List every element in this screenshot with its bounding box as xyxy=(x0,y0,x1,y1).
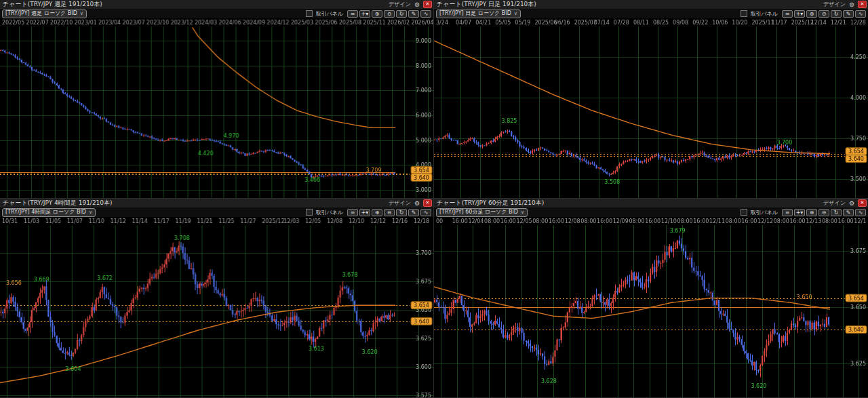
crosshair-button[interactable]: +▾ xyxy=(794,209,805,216)
panel-toolbar: [TRY/JPY] 60分足 ローソク BID ∨ 取引パネル ≡ +▾ ⊕ ⊖… xyxy=(434,207,868,217)
chevron-down-icon: ∨ xyxy=(80,10,83,17)
panel-titlebar[interactable]: チャート(TRY/JPY 60分足 191/210本) デザイン ⚙ ✕ xyxy=(434,199,868,207)
symbol-timeframe-label: [TRY/JPY] 日足 ローソク BID xyxy=(439,10,511,17)
panel-titlebar[interactable]: チャート(TRY/JPY 週足 191/210本) デザイン ⚙ ✕ xyxy=(0,0,433,9)
candlestick-chart-weekly[interactable] xyxy=(0,18,433,199)
refresh-button[interactable]: ↻ xyxy=(396,209,407,216)
draw-button[interactable]: ✎ xyxy=(408,209,419,216)
trade-panel-label: 取引パネル xyxy=(315,10,343,18)
chart-type-button[interactable]: ≡ xyxy=(782,209,793,216)
panel-toolbar: [TRY/JPY] 4時間足 ローソク BID ∨ 取引パネル ≡ +▾ ⊕ ⊖… xyxy=(0,207,433,217)
chevron-down-icon: ∨ xyxy=(521,209,524,216)
chart-type-button[interactable]: ≡ xyxy=(347,209,358,216)
candlestick-chart-60min[interactable] xyxy=(434,217,868,398)
zoom-out-button[interactable]: ⊖ xyxy=(384,10,395,18)
trade-panel-checkbox[interactable] xyxy=(741,10,747,17)
zoom-out-button[interactable]: ⊖ xyxy=(384,209,395,216)
panel-title: チャート(TRY/JPY 週足 191/210本) xyxy=(3,0,102,9)
zoom-in-button[interactable]: ⊕ xyxy=(372,209,382,216)
trade-panel-checkbox[interactable] xyxy=(741,209,747,216)
gear-icon[interactable]: ⚙ xyxy=(849,200,854,207)
candlestick-chart-4hour[interactable] xyxy=(0,217,433,398)
indicator-button[interactable]: ∿ xyxy=(420,10,431,18)
draw-button[interactable]: ✎ xyxy=(408,10,419,18)
panel-title: チャート(TRY/JPY 日足 191/210本) xyxy=(437,0,536,9)
chart-type-button[interactable]: ≡ xyxy=(347,10,358,18)
panel-title: チャート(TRY/JPY 60分足 191/210本) xyxy=(437,199,544,207)
panel-title: チャート(TRY/JPY 4時間足 191/210本) xyxy=(3,199,113,207)
close-icon[interactable]: ✕ xyxy=(423,199,432,207)
refresh-button[interactable]: ↻ xyxy=(396,10,407,18)
close-icon[interactable]: ✕ xyxy=(423,1,432,8)
draw-button[interactable]: ✎ xyxy=(843,10,854,18)
trade-panel-checkbox[interactable] xyxy=(306,209,313,216)
panel-toolbar: [TRY/JPY] 週足 ローソク BID ∨ 取引パネル ≡ +▾ ⊕ ⊖ ↻… xyxy=(0,9,433,18)
zoom-in-button[interactable]: ⊕ xyxy=(806,10,817,18)
draw-button[interactable]: ✎ xyxy=(843,209,854,216)
symbol-timeframe-label: [TRY/JPY] 60分足 ローソク BID xyxy=(439,209,518,216)
gear-icon[interactable]: ⚙ xyxy=(414,1,420,8)
symbol-timeframe-select[interactable]: [TRY/JPY] 4時間足 ローソク BID ∨ xyxy=(2,208,96,217)
design-link[interactable]: デザイン xyxy=(823,1,846,8)
gear-icon[interactable]: ⚙ xyxy=(414,200,420,207)
gear-icon[interactable]: ⚙ xyxy=(849,1,854,8)
symbol-timeframe-label: [TRY/JPY] 4時間足 ローソク BID xyxy=(5,209,86,216)
trade-panel-checkbox[interactable] xyxy=(306,10,313,17)
chart-panel-60min: チャート(TRY/JPY 60分足 191/210本) デザイン ⚙ ✕ [TR… xyxy=(434,199,868,398)
chart-panel-daily: チャート(TRY/JPY 日足 191/210本) デザイン ⚙ ✕ [TRY/… xyxy=(434,0,868,199)
panel-titlebar[interactable]: チャート(TRY/JPY 4時間足 191/210本) デザイン ⚙ ✕ xyxy=(0,199,433,207)
indicator-button[interactable]: ∿ xyxy=(855,10,866,18)
crosshair-button[interactable]: +▾ xyxy=(359,10,370,18)
zoom-in-button[interactable]: ⊕ xyxy=(806,209,817,216)
chevron-down-icon: ∨ xyxy=(514,10,517,17)
trade-panel-label: 取引パネル xyxy=(750,10,778,18)
panel-titlebar[interactable]: チャート(TRY/JPY 日足 191/210本) デザイン ⚙ ✕ xyxy=(434,0,868,9)
symbol-timeframe-select[interactable]: [TRY/JPY] 日足 ローソク BID ∨ xyxy=(436,9,521,18)
design-link[interactable]: デザイン xyxy=(389,199,411,207)
refresh-button[interactable]: ↻ xyxy=(831,10,842,18)
trade-panel-label: 取引パネル xyxy=(750,209,778,216)
candlestick-chart-daily[interactable] xyxy=(434,18,868,199)
symbol-timeframe-label: [TRY/JPY] 週足 ローソク BID xyxy=(5,10,77,17)
zoom-out-button[interactable]: ⊖ xyxy=(818,209,829,216)
symbol-timeframe-select[interactable]: [TRY/JPY] 60分足 ローソク BID ∨ xyxy=(436,208,528,217)
indicator-button[interactable]: ∿ xyxy=(855,209,866,216)
design-link[interactable]: デザイン xyxy=(823,199,846,207)
chart-type-button[interactable]: ≡ xyxy=(782,10,793,18)
refresh-button[interactable]: ↻ xyxy=(831,209,842,216)
chart-panel-4hour: チャート(TRY/JPY 4時間足 191/210本) デザイン ⚙ ✕ [TR… xyxy=(0,199,434,398)
crosshair-button[interactable]: +▾ xyxy=(794,10,805,18)
close-icon[interactable]: ✕ xyxy=(858,1,867,8)
chart-panel-weekly: チャート(TRY/JPY 週足 191/210本) デザイン ⚙ ✕ [TRY/… xyxy=(0,0,434,199)
crosshair-button[interactable]: +▾ xyxy=(359,209,370,216)
zoom-out-button[interactable]: ⊖ xyxy=(818,10,829,18)
indicator-button[interactable]: ∿ xyxy=(420,209,431,216)
design-link[interactable]: デザイン xyxy=(389,1,411,8)
symbol-timeframe-select[interactable]: [TRY/JPY] 週足 ローソク BID ∨ xyxy=(2,9,87,18)
panel-toolbar: [TRY/JPY] 日足 ローソク BID ∨ 取引パネル ≡ +▾ ⊕ ⊖ ↻… xyxy=(434,9,868,18)
zoom-in-button[interactable]: ⊕ xyxy=(372,10,382,18)
trade-panel-label: 取引パネル xyxy=(315,209,343,216)
close-icon[interactable]: ✕ xyxy=(858,199,867,207)
chart-grid: チャート(TRY/JPY 週足 191/210本) デザイン ⚙ ✕ [TRY/… xyxy=(0,0,868,398)
chevron-down-icon: ∨ xyxy=(89,209,92,216)
